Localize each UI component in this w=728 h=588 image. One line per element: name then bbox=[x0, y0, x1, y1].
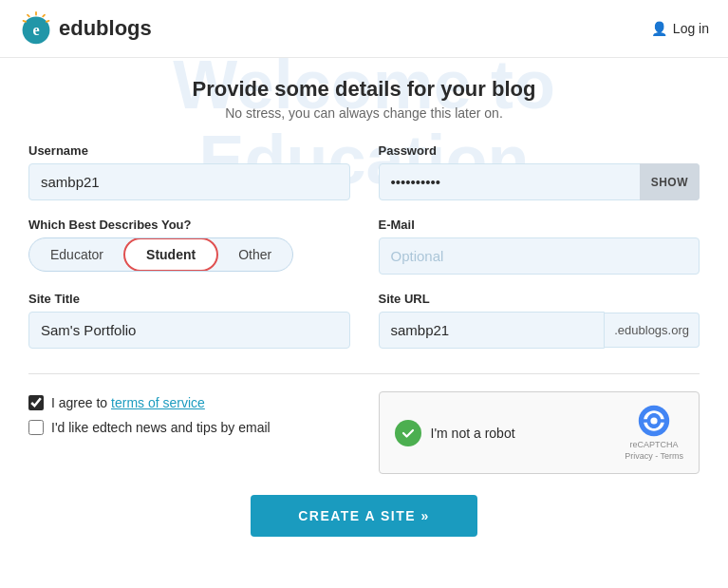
recaptcha-checkmark bbox=[395, 420, 421, 446]
site-url-label: Site URL bbox=[379, 292, 700, 306]
recaptcha-left: I'm not a robot bbox=[395, 420, 515, 446]
site-title-label: Site Title bbox=[28, 292, 350, 306]
username-label: Username bbox=[28, 143, 350, 158]
form-grid: Username Password SHOW Which Best Descri… bbox=[28, 143, 700, 366]
logo-text: edublogs bbox=[59, 16, 152, 41]
password-label: Password bbox=[379, 143, 700, 158]
divider bbox=[28, 373, 700, 374]
user-icon: 👤 bbox=[651, 21, 667, 36]
page-subtitle: No stress, you can always change this la… bbox=[28, 105, 700, 121]
site-url-group: Site URL .edublogs.org bbox=[379, 292, 700, 349]
checkboxes-group: I agree to terms of service I'd like edt… bbox=[28, 391, 350, 435]
logo-area: e edublogs bbox=[19, 11, 152, 46]
newsletter-label: I'd like edtech news and tips by email bbox=[51, 420, 271, 435]
login-label: Log in bbox=[673, 21, 709, 36]
svg-line-4 bbox=[28, 15, 29, 17]
tos-link[interactable]: terms of service bbox=[111, 395, 205, 410]
submit-area: CREATE A SITE » bbox=[28, 495, 700, 537]
edublogs-logo-icon: e bbox=[19, 11, 53, 46]
site-title-group: Site Title bbox=[28, 292, 350, 349]
show-password-button[interactable]: SHOW bbox=[640, 163, 700, 200]
role-student-button[interactable]: Student bbox=[123, 237, 218, 272]
svg-line-6 bbox=[24, 21, 27, 22]
recaptcha-logo-icon bbox=[637, 404, 671, 438]
role-other-button[interactable]: Other bbox=[217, 238, 292, 271]
tos-text: I agree to terms of service bbox=[51, 395, 205, 410]
password-wrapper: SHOW bbox=[379, 163, 700, 200]
site-url-suffix: .edublogs.org bbox=[605, 313, 700, 348]
recaptcha-box[interactable]: I'm not a robot reCAPTCHA Privacy - Term… bbox=[379, 391, 700, 474]
header: e edublogs 👤 Log in bbox=[0, 0, 728, 58]
email-label: E-Mail bbox=[379, 218, 700, 232]
site-url-wrapper: .edublogs.org bbox=[379, 312, 700, 349]
svg-text:e: e bbox=[32, 22, 39, 39]
svg-line-3 bbox=[43, 15, 45, 17]
recaptcha-right: reCAPTCHA Privacy - Terms bbox=[625, 404, 683, 462]
site-url-input[interactable] bbox=[379, 312, 606, 349]
tos-row: I agree to terms of service bbox=[28, 395, 350, 410]
robot-label: I'm not a robot bbox=[431, 426, 515, 441]
bottom-section: I agree to terms of service I'd like edt… bbox=[28, 391, 700, 474]
email-group: E-Mail bbox=[379, 218, 700, 275]
email-input[interactable] bbox=[379, 237, 700, 275]
role-educator-button[interactable]: Educator bbox=[29, 238, 124, 271]
password-group: Password SHOW bbox=[379, 143, 700, 200]
role-selector: Educator Student Other bbox=[28, 237, 293, 272]
role-label: Which Best Describes You? bbox=[28, 218, 350, 232]
tos-prefix: I agree to bbox=[51, 395, 111, 410]
newsletter-checkbox[interactable] bbox=[28, 420, 44, 435]
role-group: Which Best Describes You? Educator Stude… bbox=[28, 218, 350, 275]
svg-line-5 bbox=[47, 21, 49, 22]
page-title: Provide some details for your blog bbox=[28, 77, 700, 102]
site-title-input[interactable] bbox=[28, 312, 350, 349]
username-group: Username bbox=[28, 143, 350, 200]
recaptcha-brand: reCAPTCHA bbox=[625, 440, 683, 451]
login-link[interactable]: 👤 Log in bbox=[651, 21, 709, 36]
create-site-button[interactable]: CREATE A SITE » bbox=[251, 495, 477, 537]
recaptcha-sub: Privacy - Terms bbox=[625, 451, 683, 463]
tos-checkbox[interactable] bbox=[28, 395, 44, 410]
newsletter-row: I'd like edtech news and tips by email bbox=[28, 420, 350, 435]
main-content: Provide some details for your blog No st… bbox=[0, 58, 728, 565]
recaptcha-brand-text: reCAPTCHA Privacy - Terms bbox=[625, 440, 683, 462]
svg-point-8 bbox=[650, 417, 657, 424]
username-input[interactable] bbox=[28, 163, 350, 200]
